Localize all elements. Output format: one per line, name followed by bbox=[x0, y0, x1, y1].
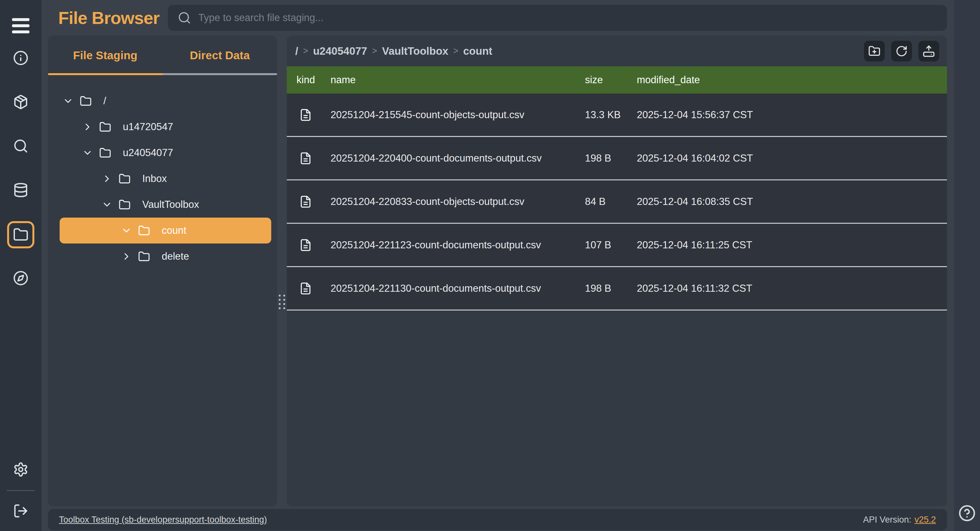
sidebar bbox=[0, 0, 41, 531]
right-edge-strip bbox=[954, 0, 980, 531]
file-icon bbox=[299, 282, 312, 295]
tree-item-label: u14720547 bbox=[123, 121, 173, 133]
folder-icon bbox=[119, 199, 130, 211]
file-name-cell: 20251204-220833-count-objects-output.csv bbox=[331, 196, 585, 208]
logout-button[interactable] bbox=[13, 503, 29, 519]
sidebar-item-settings[interactable] bbox=[13, 462, 29, 477]
table-header: kind name size modified_date bbox=[287, 67, 947, 94]
hamburger-menu-button[interactable] bbox=[12, 18, 30, 33]
file-name-cell: 20251204-221123-count-documents-output.c… bbox=[331, 239, 585, 251]
tab-file-staging[interactable]: File Staging bbox=[48, 36, 163, 75]
hamburger-icon bbox=[12, 18, 30, 21]
sidebar-item-explore[interactable] bbox=[13, 270, 29, 286]
file-kind-cell bbox=[296, 282, 331, 295]
new-folder-button[interactable] bbox=[864, 41, 885, 62]
file-icon bbox=[299, 108, 312, 121]
api-version: API Version:v25.2 bbox=[863, 515, 936, 525]
file-size-cell: 198 B bbox=[585, 283, 637, 294]
folder-icon bbox=[138, 250, 150, 263]
footer-bar: Toolbox Testing (sb-developersupport-too… bbox=[48, 509, 947, 530]
gear-icon bbox=[13, 462, 29, 477]
tree-item-label: count bbox=[162, 225, 186, 236]
column-header-size: size bbox=[585, 74, 637, 86]
info-icon bbox=[13, 50, 29, 66]
column-header-modified-date: modified_date bbox=[637, 74, 937, 86]
tab-label: File Staging bbox=[73, 49, 137, 62]
help-icon bbox=[958, 504, 976, 522]
breadcrumb-segment-count[interactable]: count bbox=[463, 45, 492, 57]
tree-item-root[interactable]: / bbox=[60, 88, 271, 114]
folder-icon bbox=[99, 121, 111, 133]
breadcrumb-segment-vaulttoolbox[interactable]: VaultToolbox bbox=[382, 45, 449, 57]
tree-item-u24054077[interactable]: u24054077 bbox=[60, 140, 271, 166]
page-title: File Browser bbox=[58, 8, 159, 28]
sidebar-item-file-browser[interactable] bbox=[7, 221, 34, 248]
file-kind-cell bbox=[296, 195, 331, 208]
file-modified-cell: 2025-12-04 16:04:02 CST bbox=[637, 152, 937, 164]
tree-item-u14720547[interactable]: u14720547 bbox=[60, 114, 271, 140]
breadcrumb-separator: > bbox=[303, 46, 308, 56]
toolbox-testing-link[interactable]: Toolbox Testing (sb-developersupport-too… bbox=[59, 515, 267, 525]
sidebar-item-objects[interactable] bbox=[13, 94, 29, 110]
tree-item-vaulttoolbox[interactable]: VaultToolbox bbox=[60, 192, 271, 217]
search-icon bbox=[178, 11, 191, 25]
file-modified-cell: 2025-12-04 16:08:35 CST bbox=[637, 196, 937, 208]
file-modified-cell: 2025-12-04 16:11:25 CST bbox=[637, 239, 937, 251]
tab-direct-data[interactable]: Direct Data bbox=[163, 36, 277, 75]
api-version-link[interactable]: v25.2 bbox=[915, 515, 936, 525]
chevron-right-icon bbox=[82, 121, 93, 132]
breadcrumb-separator: > bbox=[453, 46, 458, 56]
file-size-cell: 84 B bbox=[585, 196, 637, 208]
refresh-button[interactable] bbox=[891, 41, 912, 62]
file-name-cell: 20251204-220400-count-documents-output.c… bbox=[331, 152, 585, 164]
chevron-down-icon bbox=[62, 95, 73, 106]
file-kind-cell bbox=[296, 108, 331, 121]
tab-label: Direct Data bbox=[190, 49, 250, 62]
file-size-cell: 198 B bbox=[585, 152, 637, 164]
table-row[interactable]: 20251204-220833-count-objects-output.csv… bbox=[287, 180, 947, 224]
compass-icon bbox=[13, 270, 29, 286]
refresh-icon bbox=[896, 45, 908, 57]
table-row[interactable]: 20251204-220400-count-documents-output.c… bbox=[287, 137, 947, 180]
help-button[interactable] bbox=[958, 504, 976, 522]
folder-icon bbox=[119, 173, 130, 185]
tree-item-label: / bbox=[103, 95, 106, 107]
tree-item-inbox[interactable]: Inbox bbox=[60, 166, 271, 192]
tree-item-delete[interactable]: delete bbox=[60, 244, 271, 269]
table-row[interactable]: 20251204-221130-count-documents-output.c… bbox=[287, 267, 947, 311]
table-row[interactable]: 20251204-215545-count-objects-output.csv… bbox=[287, 94, 947, 137]
sidebar-item-database[interactable] bbox=[13, 182, 29, 198]
file-icon bbox=[299, 239, 312, 252]
column-header-kind: kind bbox=[296, 74, 331, 86]
sidebar-item-search[interactable] bbox=[13, 138, 29, 154]
folder-icon bbox=[99, 147, 111, 159]
logout-icon bbox=[13, 503, 29, 519]
search-box bbox=[168, 5, 947, 31]
folder-tree: /u14720547u24054077InboxVaultToolboxcoun… bbox=[48, 75, 277, 269]
column-header-name: name bbox=[331, 74, 585, 86]
file-kind-cell bbox=[296, 239, 331, 252]
tree-item-count[interactable]: count bbox=[60, 217, 271, 244]
panel-resize-gutter[interactable] bbox=[277, 36, 287, 506]
drag-handle-icon[interactable] bbox=[279, 295, 285, 309]
top-bar: File Browser bbox=[48, 0, 947, 36]
breadcrumb-segment-u24054077[interactable]: u24054077 bbox=[313, 45, 367, 57]
breadcrumb: />u24054077>VaultToolbox>count bbox=[295, 45, 864, 57]
tree-item-label: u24054077 bbox=[123, 147, 173, 159]
sidebar-item-info[interactable] bbox=[13, 50, 29, 66]
tree-item-label: delete bbox=[162, 250, 189, 262]
table-row[interactable]: 20251204-221123-count-documents-output.c… bbox=[287, 224, 947, 267]
breadcrumb-segment-root[interactable]: / bbox=[295, 45, 298, 57]
database-icon bbox=[13, 182, 29, 198]
file-icon bbox=[299, 195, 312, 208]
upload-button[interactable] bbox=[918, 41, 939, 62]
tree-item-label: VaultToolbox bbox=[142, 199, 199, 211]
file-modified-cell: 2025-12-04 16:11:32 CST bbox=[637, 283, 937, 294]
sidebar-divider bbox=[7, 490, 35, 491]
search-input[interactable] bbox=[198, 12, 937, 24]
file-kind-cell bbox=[296, 152, 331, 165]
file-name-cell: 20251204-221130-count-documents-output.c… bbox=[331, 283, 585, 294]
panel-tabs: File StagingDirect Data bbox=[48, 36, 277, 75]
file-list-panel: />u24054077>VaultToolbox>count kind name… bbox=[287, 36, 947, 506]
cube-icon bbox=[13, 94, 29, 110]
